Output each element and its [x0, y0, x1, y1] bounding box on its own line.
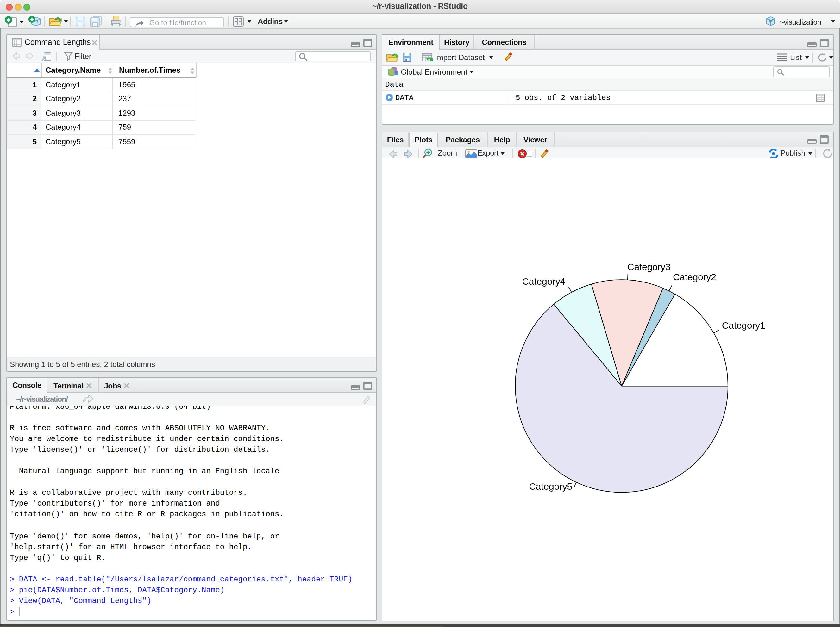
svg-text:R: R	[769, 18, 773, 24]
svg-text:Category2: Category2	[673, 272, 716, 282]
svg-text:Category5: Category5	[529, 482, 572, 492]
svg-text:Category3: Category3	[627, 262, 671, 272]
svg-text:Category1: Category1	[722, 320, 765, 331]
svg-text:Category4: Category4	[522, 276, 565, 287]
